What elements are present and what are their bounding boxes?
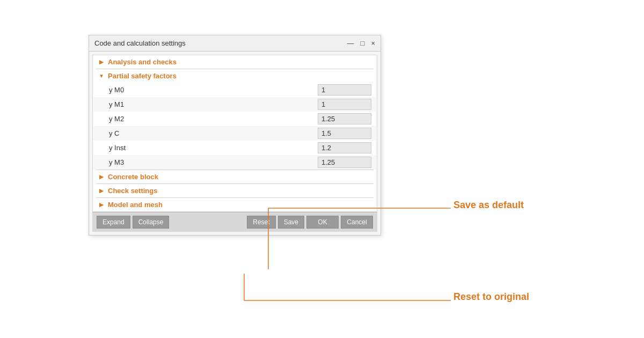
reset-button[interactable]: Reset (247, 216, 275, 229)
param-row: y M31.25 (93, 155, 377, 170)
dialog-footer: Expand Collapse Reset Save OK Cancel (92, 212, 377, 232)
concrete-label: Concrete block (108, 173, 158, 181)
param-label: y Inst (109, 144, 318, 152)
param-row: y M01 (93, 83, 377, 97)
arrow-concrete-icon (98, 174, 105, 180)
tree-item-concrete[interactable]: Concrete block (93, 170, 377, 183)
model-label: Model and mesh (108, 201, 163, 209)
param-label: y M1 (109, 100, 318, 108)
param-label: y M0 (109, 86, 318, 94)
tree-item-analysis[interactable]: Analysis and checks (93, 55, 377, 69)
tree-item-check[interactable]: Check settings (93, 184, 377, 197)
tree-item-model[interactable]: Model and mesh (93, 198, 377, 211)
dialog-controls: — □ × (347, 40, 375, 47)
check-label: Check settings (108, 187, 157, 195)
param-rows: y M01y M11y M21.25y C1.5y Inst1.2y M31.2… (93, 83, 377, 170)
save-button[interactable]: Save (278, 216, 304, 229)
param-label: y C (109, 129, 318, 137)
analysis-label: Analysis and checks (108, 58, 177, 66)
cancel-button[interactable]: Cancel (341, 216, 373, 229)
param-row: y C1.5 (93, 126, 377, 141)
reset-to-original-label: Reset to original (453, 291, 529, 303)
dialog-content: Analysis and checks Partial safety facto… (92, 55, 377, 212)
param-value[interactable]: 1.2 (318, 142, 371, 153)
param-value[interactable]: 1 (318, 99, 371, 110)
param-value[interactable]: 1 (318, 84, 371, 95)
footer-left: Expand Collapse (97, 216, 169, 229)
dialog-title: Code and calculation settings (94, 39, 186, 47)
save-as-default-label: Save as default (453, 200, 524, 211)
param-row: y M21.25 (93, 112, 377, 126)
ok-button[interactable]: OK (306, 216, 339, 229)
dialog-titlebar: Code and calculation settings — □ × (89, 35, 380, 52)
close-button[interactable]: × (371, 40, 375, 47)
expand-button[interactable]: Expand (97, 216, 130, 229)
arrow-model-icon (98, 202, 105, 208)
param-value[interactable]: 1.5 (318, 128, 371, 139)
maximize-button[interactable]: □ (361, 40, 365, 47)
footer-right: Reset Save OK Cancel (247, 216, 373, 229)
page-container: Code and calculation settings — □ × Anal… (0, 0, 644, 338)
arrow-partial-icon (98, 73, 105, 79)
param-value[interactable]: 1.25 (318, 113, 371, 124)
minimize-button[interactable]: — (347, 40, 354, 47)
dialog-window: Code and calculation settings — □ × Anal… (89, 35, 381, 236)
arrow-analysis-icon (98, 59, 105, 65)
param-row: y Inst1.2 (93, 141, 377, 155)
arrow-check-icon (98, 188, 105, 194)
param-row: y M11 (93, 97, 377, 112)
partial-label: Partial safety factors (108, 72, 177, 80)
param-label: y M2 (109, 115, 318, 123)
tree-item-partial[interactable]: Partial safety factors (93, 69, 377, 83)
param-label: y M3 (109, 158, 318, 166)
param-value[interactable]: 1.25 (318, 157, 371, 168)
collapse-button[interactable]: Collapse (133, 216, 170, 229)
